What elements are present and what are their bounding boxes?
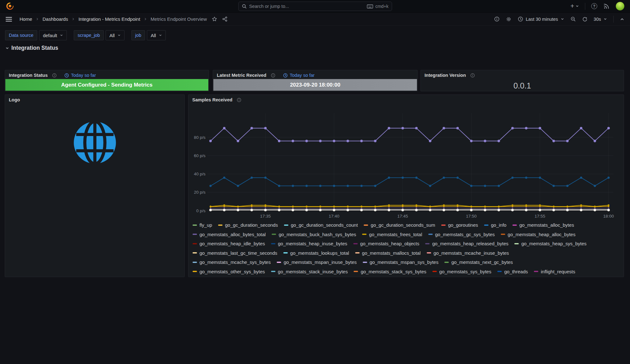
legend-swatch [497,271,502,272]
legend-label: go_goroutines [448,222,478,228]
variable-value-dropdown[interactable]: All [147,30,166,40]
chevron-down-icon [575,4,579,8]
series-dark_purple_low [210,207,610,209]
search-input[interactable]: Search or jump to... cmd+k [238,2,392,11]
panel-title[interactable]: Integration Version [425,73,466,78]
legend-item[interactable]: go_memstats_heap_alloc_bytes [501,232,575,237]
legend-item[interactable]: go_gc_duration_seconds_sum [364,222,435,228]
search-shortcut: cmd+k [367,4,389,9]
panel-title[interactable]: Latest Metric Received [217,73,266,78]
legend-label: fly_up [199,222,212,228]
legend-label: go_memstats_last_gc_time_seconds [199,250,277,256]
variable-data-source: Data source default [5,30,67,40]
breadcrumb-current: Metrics Endpoint Overview [151,16,207,22]
samples-received-chart[interactable]: 0 p/s20 p/s40 p/s60 p/s80 p/s17:3517:401… [188,95,624,219]
help-button[interactable]: ? [591,3,597,9]
legend-item[interactable]: inflight_requests [534,269,575,274]
legend-item[interactable]: go_gc_duration_seconds [218,222,278,228]
legend-item[interactable]: go_memstats_other_sys_bytes [193,269,265,274]
legend-swatch [362,234,367,235]
legend-item[interactable]: go_memstats_heap_sys_bytes [514,241,587,246]
today-so-far-link[interactable]: Today so far [64,73,96,78]
legend-item[interactable]: go_memstats_heap_released_bytes [425,241,508,246]
settings-gear-icon[interactable] [506,16,512,22]
clock-icon [64,73,69,78]
legend-item[interactable]: go_memstats_buck_hash_sys_bytes [272,232,356,237]
today-so-far-link[interactable]: Today so far [283,73,315,78]
star-icon[interactable] [212,16,217,22]
chevron-down-icon [5,46,9,50]
legend-item[interactable]: go_goroutines [441,222,478,228]
legend-swatch [218,225,223,226]
breadcrumb-home[interactable]: Home [20,16,32,22]
legend-item[interactable]: go_info [484,222,506,228]
grafana-logo[interactable] [6,2,14,10]
legend-item[interactable]: go_memstats_lookups_total [283,250,349,256]
breadcrumb-dashboards[interactable]: Dashboards [43,16,68,22]
news-icon[interactable] [603,3,610,9]
user-avatar[interactable] [616,2,624,10]
legend-item[interactable]: go_memstats_heap_inuse_bytes [271,241,347,246]
legend-item[interactable]: go_memstats_heap_objects [353,241,419,246]
variable-scrape-job: scrape_job All [74,30,124,40]
legend-label: go_threads [504,269,528,274]
legend-swatch [193,234,197,235]
x-axis-label: 18:00 [603,214,614,219]
legend-item[interactable]: go_memstats_frees_total [362,232,422,237]
refresh-icon[interactable] [582,16,587,22]
panel-integration-status: Integration Status Today so far Agent Co… [5,70,209,91]
legend-item[interactable]: go_memstats_stack_sys_bytes [354,269,426,274]
divider [585,3,585,10]
legend-item[interactable]: go_memstats_alloc_bytes_total [193,232,266,237]
legend-label: go_gc_duration_seconds_sum [371,222,435,228]
menu-icon[interactable] [6,17,12,22]
legend-item[interactable]: go_memstats_next_gc_bytes [444,259,513,265]
legend-label: go_memstats_heap_objects [360,241,419,246]
panel-title[interactable]: Logo [9,97,20,102]
legend-row: go_memstats_alloc_bytes_totalgo_memstats… [193,230,621,239]
legend-label: go_memstats_heap_sys_bytes [521,241,587,246]
legend-item[interactable]: go_threads [497,269,528,274]
search-placeholder: Search or jump to... [249,4,367,9]
legend-item[interactable]: go_memstats_heap_idle_bytes [193,241,265,246]
info-icon[interactable] [470,73,475,78]
breadcrumb-folder[interactable]: Integration - Metrics Endpoint [78,16,140,22]
legend-row: go_memstats_heap_idle_bytesgo_memstats_h… [193,239,621,248]
integration-version-value: 0.0.1 [421,80,624,91]
legend-item[interactable]: go_memstats_sys_bytes [432,269,491,274]
legend-label: go_memstats_gc_sys_bytes [435,232,495,237]
legend-item[interactable]: go_memstats_mcache_sys_bytes [193,259,271,265]
refresh-interval-picker[interactable]: 30s [594,17,607,22]
time-range-picker[interactable]: Last 30 minutes [518,16,564,22]
zoom-out-icon[interactable] [570,16,576,22]
y-axis-label: 80 p/s [194,135,205,140]
info-icon[interactable] [271,73,275,78]
panel-title[interactable]: Integration Status [9,73,48,78]
legend-item[interactable]: go_memstats_gc_sys_bytes [428,232,495,237]
legend-item[interactable]: go_memstats_mspan_sys_bytes [363,259,438,265]
row-integration-status[interactable]: Integration Status [5,45,58,51]
legend-label: go_memstats_alloc_bytes_total [199,232,266,237]
legend-label: inflight_requests [541,269,575,274]
legend-item[interactable]: go_memstats_stack_inuse_bytes [271,269,348,274]
legend-item[interactable]: go_gc_duration_seconds_count [284,222,358,228]
legend-item[interactable]: go_memstats_alloc_bytes [512,222,574,228]
legend-swatch [432,271,437,272]
collapse-caret-up-icon[interactable] [620,17,624,21]
legend-swatch [354,271,358,272]
legend-item[interactable]: go_memstats_last_gc_time_seconds [193,250,277,256]
legend-item[interactable]: fly_up [193,222,212,228]
info-icon[interactable] [52,73,57,78]
legend-item[interactable]: go_memstats_mspan_inuse_bytes [277,259,357,265]
legend-item[interactable]: go_memstats_mcache_inuse_bytes [427,250,509,256]
variable-label[interactable]: scrape_job [74,30,104,40]
share-icon[interactable] [222,16,228,22]
variable-label[interactable]: job [131,30,145,40]
legend-item[interactable]: go_memstats_mallocs_total [355,250,421,256]
variable-value-dropdown[interactable]: default [39,30,67,40]
variable-value-dropdown[interactable]: All [106,30,124,40]
legend-swatch [353,243,358,244]
dashboard-info-icon[interactable] [494,16,500,22]
add-button[interactable]: + [570,3,579,9]
variable-label[interactable]: Data source [5,30,37,40]
